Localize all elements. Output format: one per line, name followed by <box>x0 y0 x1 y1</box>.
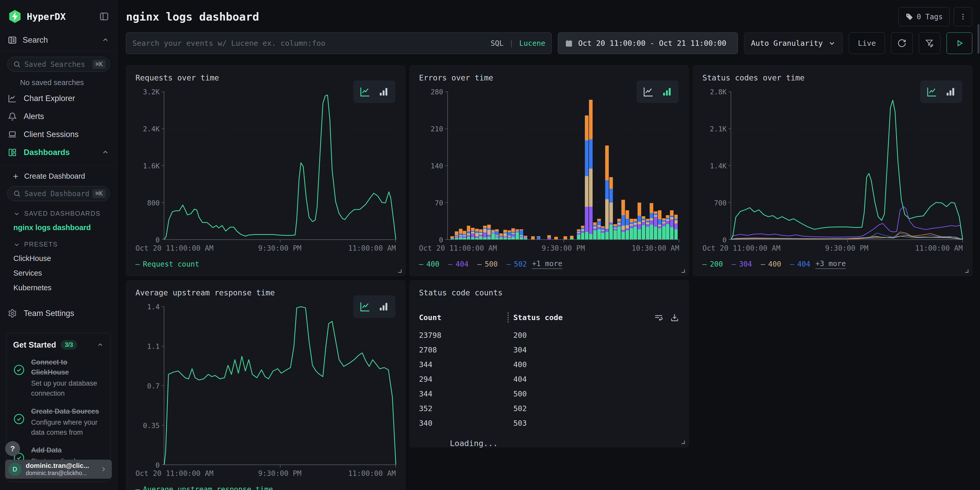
x-axis-label: 10:30:00 AM <box>632 244 679 253</box>
x-axis-label: 9:30:00 PM <box>825 244 869 253</box>
stacked-bar <box>670 210 673 239</box>
sidebar-item-search[interactable]: Search <box>0 31 117 51</box>
stacked-bar <box>515 229 519 239</box>
stacked-bar <box>537 236 540 239</box>
chevron-up-icon <box>102 149 109 156</box>
live-button[interactable]: Live <box>849 32 885 54</box>
x-axis-label: Oct 20 11:00:00 AM <box>419 244 497 253</box>
empty-grid-cell <box>693 280 972 490</box>
plot-area[interactable] <box>447 92 679 240</box>
create-dashboard-button[interactable]: Create Dashboard <box>12 172 109 180</box>
stacked-bar <box>531 236 535 239</box>
bar-chart-icon[interactable] <box>378 301 389 312</box>
sql-toggle[interactable]: SQL <box>490 39 504 48</box>
y-axis-label: 700 <box>714 199 727 207</box>
plot-area[interactable] <box>731 92 963 240</box>
table-header: Count Status code <box>419 312 679 323</box>
user-menu[interactable]: D dominic.tran@clic... dominic.tran@clic… <box>5 460 112 479</box>
stacked-bar <box>570 236 574 239</box>
stacked-bar <box>491 230 495 239</box>
tags-button[interactable]: 0 Tags <box>899 7 950 26</box>
panel-status-code-counts: Status code counts Count Status code 237… <box>409 280 689 447</box>
laptop-icon <box>8 130 17 139</box>
x-axis-label: 11:00:00 AM <box>348 244 396 253</box>
sidebar-item-nginx-logs-dashboard[interactable]: nginx logs dashboard <box>13 223 109 232</box>
section-presets[interactable]: PRESETS <box>13 241 109 248</box>
column-header-count[interactable]: Count <box>419 313 508 322</box>
bar-chart-icon[interactable] <box>945 86 956 97</box>
stacked-bar <box>605 145 609 239</box>
scrollbar[interactable] <box>977 24 980 54</box>
table-row: 352502 <box>419 401 679 416</box>
bar-chart-icon[interactable] <box>378 86 389 97</box>
dashboard-icon <box>8 148 17 157</box>
chevron-down-icon <box>13 210 20 217</box>
column-header-status-code[interactable]: Status code <box>513 313 563 322</box>
check-circle-icon <box>13 413 25 425</box>
plot-area[interactable] <box>164 307 396 465</box>
refresh-button[interactable] <box>891 32 913 54</box>
legend-more-link[interactable]: +3 more <box>816 259 846 269</box>
x-axis-label: 9:30:00 PM <box>258 469 302 478</box>
sidebar-item-team-settings[interactable]: Team Settings <box>0 304 117 322</box>
line-chart-icon[interactable] <box>926 86 937 97</box>
event-search-input[interactable] <box>132 39 487 48</box>
search-icon <box>13 190 21 197</box>
sidebar-item-kubernetes[interactable]: Kubernetes <box>13 283 109 292</box>
saved-searches-search[interactable]: ⌘K <box>7 57 110 72</box>
dashboard-grid: Requests over time 3.2K2.4K1.6K8000 Oct … <box>126 65 972 490</box>
column-resize-handle[interactable] <box>508 312 509 323</box>
saved-dashboards-search[interactable]: ⌘K <box>7 186 110 201</box>
sidebar-item-clickhouse[interactable]: ClickHouse <box>13 254 109 263</box>
section-saved-dashboards[interactable]: SAVED DASHBOARDS <box>13 210 109 217</box>
sidebar-item-dashboards[interactable]: Dashboards <box>0 143 117 161</box>
stacked-bar <box>625 210 629 239</box>
line-chart-icon[interactable] <box>360 301 371 312</box>
sidebar-item-chart-explorer[interactable]: Chart Explorer <box>0 89 117 107</box>
line-chart-icon[interactable] <box>643 86 654 97</box>
legend-item: —Request count <box>135 260 199 268</box>
table-row: 344400 <box>419 357 679 372</box>
run-query-button[interactable] <box>947 32 972 54</box>
get-started-header[interactable]: Get Started 3/3 <box>13 340 104 350</box>
resize-handle[interactable] <box>681 269 685 273</box>
collapse-sidebar-icon[interactable] <box>99 11 109 22</box>
legend-item: —400 <box>419 260 439 268</box>
stacked-bar <box>654 211 657 239</box>
stacked-bar <box>479 229 482 239</box>
stacked-bar <box>467 226 471 239</box>
stacked-bar <box>646 219 649 239</box>
granularity-select[interactable]: Auto Granularity <box>744 32 843 54</box>
stacked-bar <box>554 237 558 239</box>
bar-chart-icon[interactable] <box>661 86 673 97</box>
stacked-bar <box>463 231 466 239</box>
plot-area[interactable] <box>164 92 396 240</box>
date-range-picker[interactable]: Oct 20 11:00:00 - Oct 21 11:00:00 <box>558 32 738 54</box>
filter-button[interactable] <box>919 32 940 54</box>
legend-item: —Average upstream response time <box>135 485 273 490</box>
resize-handle[interactable] <box>681 441 685 444</box>
saved-searches-input[interactable] <box>24 60 89 68</box>
resize-handle[interactable] <box>965 269 969 273</box>
table-row: 340503 <box>419 416 679 430</box>
event-search-box[interactable]: SQL | Lucene <box>126 32 552 54</box>
panel-title: Status code counts <box>419 288 679 299</box>
stacked-bar <box>483 226 487 239</box>
lucene-toggle[interactable]: Lucene <box>519 39 545 48</box>
table-row: 2708304 <box>419 342 679 357</box>
y-axis-label: 800 <box>147 199 160 207</box>
more-options-button[interactable] <box>954 7 972 26</box>
sidebar-item-alerts[interactable]: Alerts <box>0 107 117 126</box>
download-icon[interactable] <box>670 313 679 322</box>
sidebar-item-client-sessions[interactable]: Client Sessions <box>0 126 117 143</box>
resize-handle[interactable] <box>398 269 402 273</box>
saved-dashboards-input[interactable] <box>24 189 89 198</box>
line-chart-icon[interactable] <box>360 86 371 97</box>
wrap-text-icon[interactable] <box>654 313 663 322</box>
sidebar-item-services[interactable]: Services <box>13 269 109 277</box>
help-button[interactable]: ? <box>5 441 20 456</box>
legend-more-link[interactable]: +1 more <box>532 259 562 269</box>
stacked-bar <box>597 219 601 239</box>
search-panel-icon <box>8 35 17 45</box>
x-axis-label: 9:30:00 PM <box>258 244 302 253</box>
